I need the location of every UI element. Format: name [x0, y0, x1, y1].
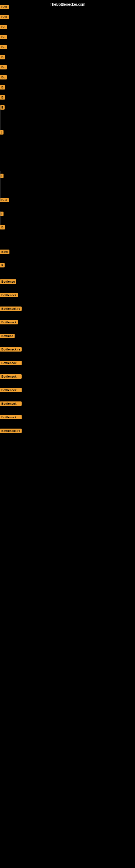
badge-label: Bo [0, 75, 7, 80]
badge-label: Bottleneck [0, 293, 18, 297]
badge-row: B [0, 85, 5, 90]
badge-row: Bott [0, 198, 9, 203]
badge-label: Bottleneck re [0, 429, 21, 433]
badge-row: Bottleneck [0, 320, 18, 324]
badge-label: B [0, 55, 5, 59]
badge-row: Bottleneck resi [0, 401, 21, 406]
badge-row: Bottleneck re [0, 307, 21, 311]
badge-label: Bottlene [0, 334, 14, 338]
badge-label: B [0, 85, 5, 90]
badge-row: Bottleneck res [0, 374, 21, 379]
badge-row: Bott [0, 5, 9, 9]
badge-row: Bottleneck re [0, 347, 21, 351]
badge-row: B [0, 225, 5, 229]
badge-row: Bo [0, 35, 7, 39]
badge-label: Bottleneck res [0, 361, 21, 365]
badge-label: Bottleneck resi [0, 401, 21, 406]
badge-label: Bo [0, 35, 7, 39]
badge-row: Bottleneck res [0, 388, 21, 392]
badge-label: | [0, 130, 3, 134]
badge-row: E [0, 263, 5, 268]
badge-row: Bottleneck res [0, 361, 21, 365]
badge-label: Bottleneck re [0, 307, 21, 311]
badge-label: Bottlenec [0, 279, 16, 284]
badge-label: B [0, 225, 5, 229]
badge-row: Bottleneck re [0, 429, 21, 433]
badge-row: B [0, 95, 5, 99]
badge-label: Bottl [0, 250, 9, 254]
badge-label: B [0, 95, 5, 99]
badge-label: Bo [0, 65, 7, 69]
badge-label: Bott [0, 198, 9, 203]
badge-label: Bott [0, 15, 9, 19]
badge-label: Bottleneck [0, 320, 18, 324]
badge-row: Bott [0, 15, 9, 19]
badge-row: Bo [0, 65, 7, 69]
badge-row: Bo [0, 75, 7, 80]
badge-row: Bottlene [0, 334, 14, 338]
badge-row: Bo [0, 45, 7, 50]
badge-label: Bottleneck res [0, 388, 21, 392]
badge-label: Bott [0, 5, 9, 9]
badge-row: Bottleneck [0, 293, 18, 297]
badge-row: B [0, 55, 5, 59]
badge-label: Bottleneck resu [0, 415, 21, 420]
site-title: TheBottlenecker.com [0, 0, 135, 8]
badge-row: Bottleneck resu [0, 415, 21, 420]
badge-row: Bottlenec [0, 279, 16, 284]
badge-row: Bo [0, 25, 7, 29]
badge-label: Bo [0, 45, 7, 50]
badge-label: Bo [0, 25, 7, 29]
badge-label: E [0, 263, 5, 268]
badge-row: | [0, 130, 3, 134]
badge-label: Bottleneck res [0, 374, 21, 379]
badge-label: Bottleneck re [0, 347, 21, 351]
badge-row: Bottl [0, 250, 9, 254]
